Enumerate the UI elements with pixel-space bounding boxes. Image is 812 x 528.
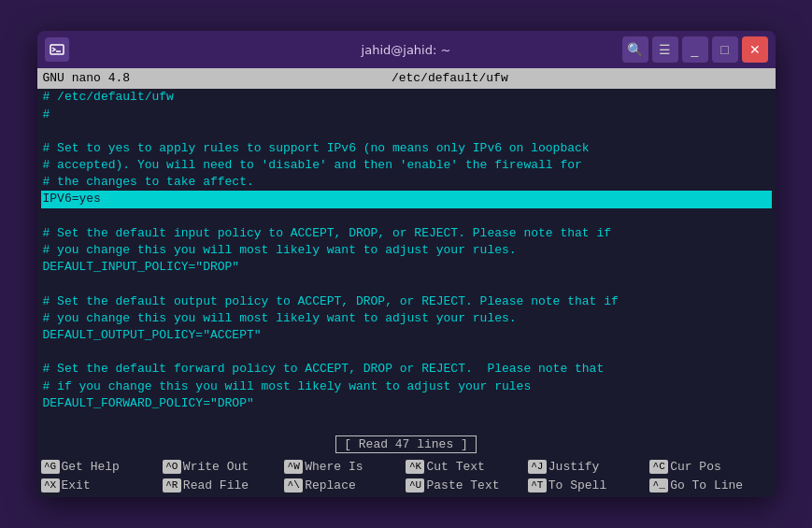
shortcut-item[interactable]: ^GGet Help <box>41 459 163 476</box>
titlebar-left <box>45 37 69 62</box>
shortcut-item[interactable]: ^_Go To Line <box>649 478 771 494</box>
titlebar: jahid@jahid: ~ 🔍 ☰ _ □ ✕ <box>37 31 776 68</box>
shortcut-label: Paste Text <box>426 478 499 494</box>
nano-line: # you change this you will most likely w… <box>41 242 772 259</box>
shortcut-key: ^\ <box>284 478 303 492</box>
shortcut-item[interactable]: ^CCur Pos <box>649 459 771 476</box>
nano-statusbar: [ Read 47 lines ] <box>37 435 776 455</box>
nano-line: # the changes to take affect. <box>41 174 772 191</box>
nano-line: # Set the default output policy to ACCEP… <box>41 293 772 310</box>
nano-line: # Set to yes to apply rules to support I… <box>41 140 772 157</box>
nano-line: # /etc/default/ufw <box>41 89 772 106</box>
maximize-button[interactable]: □ <box>712 36 738 63</box>
shortcut-label: Read File <box>183 478 249 494</box>
window-title: jahid@jahid: ~ <box>362 43 451 57</box>
shortcut-item[interactable]: ^\Replace <box>284 478 406 494</box>
shortcut-key: ^C <box>649 460 668 474</box>
nano-line: # Set the default forward policy to ACCE… <box>41 361 772 378</box>
close-button[interactable]: ✕ <box>742 36 768 63</box>
nano-line <box>41 276 772 293</box>
shortcut-key: ^T <box>528 478 547 492</box>
menu-button[interactable]: ☰ <box>652 36 678 63</box>
nano-line: IPV6=yes <box>41 191 772 207</box>
nano-filename: /etc/default/ufw <box>392 70 508 87</box>
shortcut-key: ^O <box>163 460 181 474</box>
shortcut-key: ^R <box>163 478 181 492</box>
nano-line: # if you change this you will most likel… <box>41 378 772 395</box>
shortcut-item[interactable]: ^RRead File <box>163 478 284 494</box>
shortcut-key: ^_ <box>649 478 668 492</box>
terminal-icon <box>45 37 69 62</box>
shortcut-item[interactable]: ^XExit <box>41 478 163 494</box>
shortcuts-row: ^GGet Help^OWrite Out^WWhere Is^KCut Tex… <box>37 458 776 477</box>
nano-editor: GNU nano 4.8 /etc/default/ufw # /etc/def… <box>37 68 776 497</box>
shortcut-label: Replace <box>305 478 356 494</box>
shortcut-label: Exit <box>62 478 91 494</box>
shortcut-label: To Spell <box>548 478 606 494</box>
shortcut-item[interactable]: ^OWrite Out <box>163 459 284 476</box>
nano-line: DEFAULT_FORWARD_POLICY="DROP" <box>41 395 772 412</box>
nano-line: # you change this you will most likely w… <box>41 310 772 327</box>
nano-line: DEFAULT_INPUT_POLICY="DROP" <box>41 259 772 276</box>
nano-line: # <box>41 107 772 123</box>
nano-line <box>41 344 772 361</box>
shortcut-key: ^K <box>406 460 424 474</box>
shortcut-label: Justify <box>548 459 600 476</box>
shortcut-item[interactable]: ^TTo Spell <box>528 478 649 494</box>
nano-line: DEFAULT_OUTPUT_POLICY="ACCEPT" <box>41 327 772 344</box>
search-button[interactable]: 🔍 <box>622 36 648 63</box>
shortcut-item[interactable]: ^KCut Text <box>406 459 527 476</box>
shortcut-label: Get Help <box>62 459 120 476</box>
shortcut-label: Where Is <box>305 459 363 476</box>
nano-line <box>41 123 772 140</box>
shortcut-key: ^W <box>284 460 303 474</box>
nano-status-text: [ Read 47 lines ] <box>335 435 477 453</box>
shortcut-key: ^X <box>41 478 60 492</box>
shortcut-item[interactable]: ^WWhere Is <box>284 459 406 476</box>
nano-content[interactable]: # /etc/default/ufw# # Set to yes to appl… <box>37 89 776 435</box>
nano-line: # Set the default input policy to ACCEPT… <box>41 225 772 242</box>
shortcuts-grid: ^GGet Help^OWrite Out^WWhere Is^KCut Tex… <box>37 456 776 497</box>
shortcuts-row: ^XExit^RRead File^\Replace^UPaste Text^T… <box>37 477 776 495</box>
shortcut-label: Cur Pos <box>670 459 721 476</box>
shortcut-label: Write Out <box>183 459 249 476</box>
nano-topbar: GNU nano 4.8 /etc/default/ufw <box>37 68 776 89</box>
shortcut-item[interactable]: ^UPaste Text <box>406 478 527 494</box>
window-controls: 🔍 ☰ _ □ ✕ <box>622 36 768 63</box>
shortcut-key: ^J <box>528 460 547 474</box>
shortcut-item[interactable]: ^JJustify <box>528 459 649 476</box>
shortcut-label: Cut Text <box>426 459 484 476</box>
nano-line <box>41 208 772 225</box>
nano-line: # accepted). You will need to 'disable' … <box>41 157 772 174</box>
nano-version: GNU nano 4.8 <box>43 70 131 87</box>
terminal-window: jahid@jahid: ~ 🔍 ☰ _ □ ✕ GNU nano 4.8 /e… <box>37 31 776 497</box>
shortcut-key: ^U <box>406 478 424 492</box>
shortcut-label: Go To Line <box>670 478 743 494</box>
svg-rect-0 <box>50 45 64 54</box>
minimize-button[interactable]: _ <box>682 36 708 63</box>
shortcut-key: ^G <box>41 460 60 474</box>
